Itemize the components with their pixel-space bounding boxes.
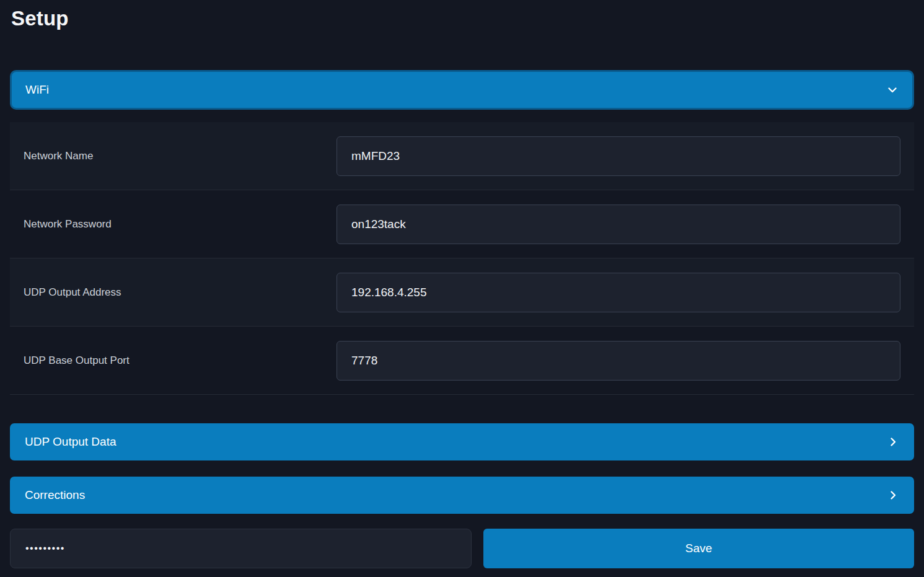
udp-output-address-input[interactable]	[337, 273, 900, 312]
save-button[interactable]: Save	[483, 529, 914, 568]
form-row-network-password: Network Password	[10, 190, 914, 258]
network-password-input[interactable]	[337, 205, 900, 244]
udp-output-address-label: UDP Output Address	[24, 286, 337, 299]
udp-base-output-port-input[interactable]	[337, 341, 900, 381]
network-name-label: Network Name	[24, 150, 337, 162]
setup-page: Setup WiFi Network Name Network Password…	[0, 0, 924, 577]
accordion-udp-output-data-label: UDP Output Data	[25, 435, 117, 449]
accordion-corrections[interactable]: Corrections	[10, 477, 914, 514]
form-row-udp-output-address: UDP Output Address	[10, 258, 914, 327]
accordion-wifi[interactable]: WiFi	[10, 70, 914, 110]
chevron-right-icon	[887, 436, 899, 448]
accordion-wifi-label: WiFi	[25, 83, 49, 97]
page-title: Setup	[11, 6, 914, 31]
network-name-input[interactable]	[337, 136, 900, 176]
chevron-right-icon	[887, 489, 899, 501]
settings-password-input[interactable]	[10, 529, 472, 568]
udp-base-output-port-label: UDP Base Output Port	[24, 355, 337, 367]
wifi-settings-form: Network Name Network Password UDP Output…	[10, 122, 914, 395]
chevron-down-icon	[886, 84, 899, 96]
form-row-network-name: Network Name	[10, 122, 914, 190]
form-row-udp-base-output-port: UDP Base Output Port	[10, 327, 914, 395]
accordion-corrections-label: Corrections	[25, 488, 85, 502]
network-password-label: Network Password	[24, 218, 337, 231]
footer-actions: Save	[10, 529, 914, 568]
accordion-udp-output-data[interactable]: UDP Output Data	[10, 423, 914, 460]
